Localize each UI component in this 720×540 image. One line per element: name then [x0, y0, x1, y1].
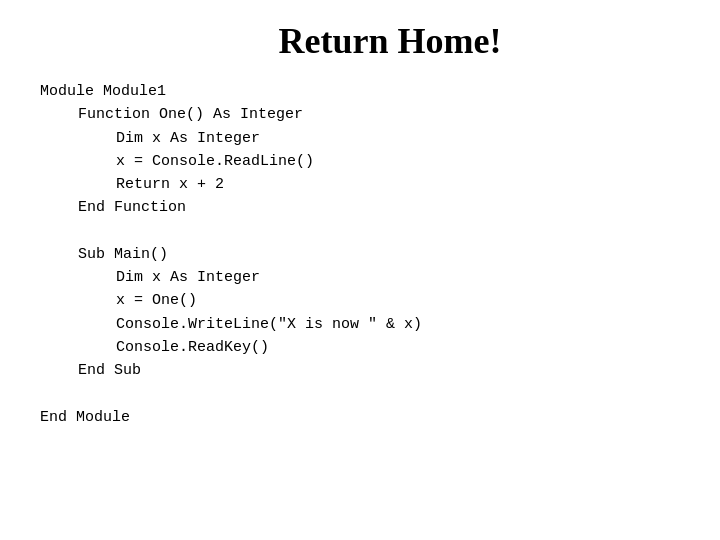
code-line-12: End Sub	[40, 359, 680, 382]
code-line-1: Module Module1	[40, 80, 680, 103]
code-line-10: Console.WriteLine("X is now " & x)	[40, 313, 680, 336]
code-line-4: x = Console.ReadLine()	[40, 150, 680, 173]
code-line-9: x = One()	[40, 289, 680, 312]
code-line-11: Console.ReadKey()	[40, 336, 680, 359]
page-container: Return Home! Module Module1 Function One…	[0, 0, 720, 540]
code-line-2: Function One() As Integer	[40, 103, 680, 126]
code-line-6: End Function	[40, 196, 680, 219]
code-line-3: Dim x As Integer	[40, 127, 680, 150]
code-line-7: Sub Main()	[40, 243, 680, 266]
code-block: Module Module1 Function One() As Integer…	[40, 80, 680, 429]
blank-line-1	[40, 220, 680, 243]
code-line-13: End Module	[40, 406, 680, 429]
blank-line-2	[40, 382, 680, 405]
code-line-8: Dim x As Integer	[40, 266, 680, 289]
code-line-5: Return x + 2	[40, 173, 680, 196]
page-title: Return Home!	[40, 20, 680, 62]
